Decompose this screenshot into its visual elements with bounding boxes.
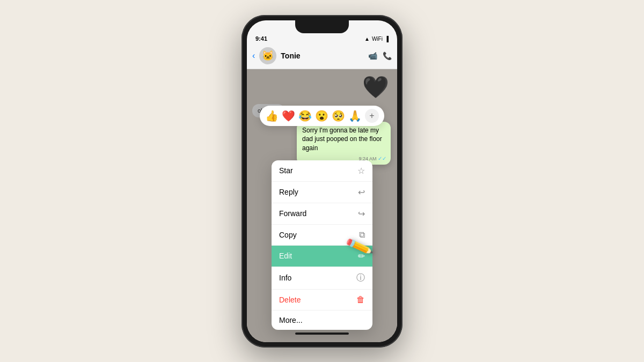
menu-item-delete[interactable]: Delete 🗑	[272, 290, 372, 311]
phone-screen: 9:41 ▲ WiFi ▐ ‹ 🐱 Tonie 📹 📞 🖤 okay �	[247, 20, 397, 342]
menu-label-more: More...	[279, 316, 303, 324]
chat-area: 🖤 okay 🙂 Sorry I'm gonna be late my dad …	[247, 69, 397, 342]
emoji-heart[interactable]: ❤️	[282, 109, 295, 122]
emoji-pray[interactable]: 🙏	[348, 109, 362, 122]
menu-label-edit: Edit	[279, 252, 292, 260]
menu-item-forward[interactable]: Forward ↪	[272, 203, 372, 225]
emoji-pleading[interactable]: 🥺	[332, 109, 345, 122]
delete-icon: 🗑	[356, 295, 365, 305]
forward-icon: ↪	[358, 209, 365, 219]
voice-call-button[interactable]: 📞	[383, 51, 392, 60]
emoji-wow[interactable]: 😮	[315, 109, 328, 122]
battery-icon: ▐	[385, 36, 389, 42]
menu-label-forward: Forward	[279, 209, 306, 218]
menu-item-reply[interactable]: Reply ↩	[272, 182, 372, 203]
emoji-thumbs-up[interactable]: 👍	[265, 109, 279, 122]
emoji-laugh[interactable]: 😂	[298, 109, 312, 122]
star-icon: ☆	[357, 166, 365, 176]
menu-label-copy: Copy	[279, 231, 297, 239]
menu-item-more[interactable]: More...	[272, 311, 372, 330]
back-button[interactable]: ‹	[252, 51, 255, 61]
video-call-button[interactable]: 📹	[368, 51, 377, 60]
menu-label-info: Info	[279, 274, 291, 282]
menu-label-star: Star	[279, 166, 293, 175]
header-actions: 📹 📞	[368, 51, 392, 60]
menu-label-delete: Delete	[279, 295, 301, 304]
notch	[295, 20, 349, 33]
menu-item-info[interactable]: Info ⓘ	[272, 267, 372, 290]
status-icons: ▲ WiFi ▐	[364, 36, 389, 42]
reply-icon: ↩	[358, 187, 365, 197]
wifi-icon: WiFi	[372, 36, 383, 42]
more-emojis-button[interactable]: +	[365, 109, 379, 123]
contact-name: Tonie	[281, 51, 364, 60]
chat-header: ‹ 🐱 Tonie 📹 📞	[247, 44, 397, 69]
highlighted-message-bubble: Sorry I'm gonna be late my dad just poop…	[297, 122, 391, 165]
phone-frame: 9:41 ▲ WiFi ▐ ‹ 🐱 Tonie 📹 📞 🖤 okay �	[241, 15, 402, 348]
status-time: 9:41	[255, 35, 267, 42]
contact-avatar: 🐱	[259, 47, 276, 64]
menu-label-reply: Reply	[279, 188, 298, 196]
info-icon: ⓘ	[356, 272, 365, 284]
signal-icon: ▲	[364, 36, 370, 42]
message-text: Sorry I'm gonna be late my dad just poop…	[302, 127, 382, 152]
home-indicator	[295, 333, 349, 335]
emoji-reaction-bar[interactable]: 👍 ❤️ 😂 😮 🥺 🙏 +	[260, 106, 384, 126]
menu-item-star[interactable]: Star ☆	[272, 160, 372, 182]
read-ticks: ✓✓	[378, 156, 386, 161]
